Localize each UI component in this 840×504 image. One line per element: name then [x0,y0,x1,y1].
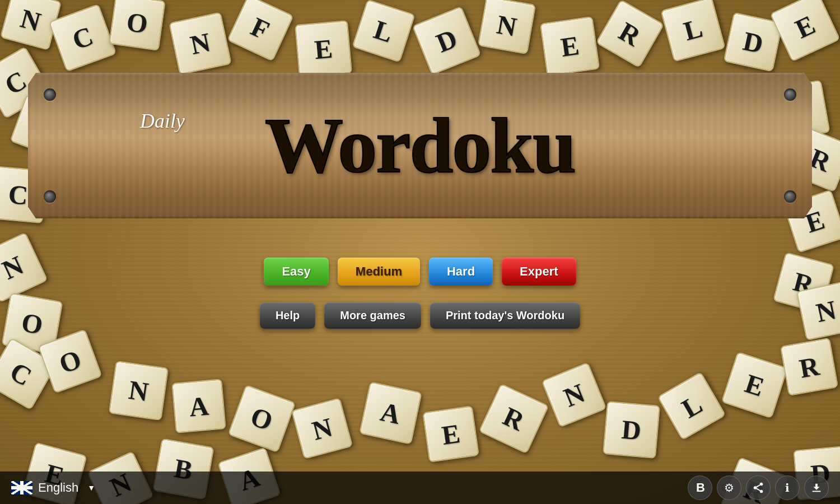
language-label: English [38,480,78,495]
svg-line-3 [757,488,760,491]
tile: N [291,398,353,459]
svg-line-4 [757,485,760,487]
tile: C [49,4,117,72]
help-button[interactable]: Help [260,302,315,329]
tile: N [169,12,232,75]
info-icon[interactable]: ℹ [775,475,800,500]
svg-point-2 [760,490,763,493]
svg-point-1 [754,486,757,489]
tile: R [478,383,549,454]
wordoku-title: Wordoku [265,106,575,185]
tile: L [660,0,725,62]
more-games-button[interactable]: More games [324,302,421,329]
language-section[interactable]: English ▼ [0,480,676,495]
difficulty-row: Easy Medium Hard Expert [264,258,576,286]
daily-label: Daily [140,109,185,133]
bottom-bar: English ▼ B ⚙ ℹ [0,472,840,504]
tile: L [352,0,415,63]
flag-icon [11,481,32,494]
medium-button[interactable]: Medium [338,258,420,286]
tile: O [109,0,166,51]
tile: F [227,0,294,62]
tile: R [596,0,665,68]
title-container: Daily Wordoku [28,73,812,218]
tile: D [603,401,660,459]
tile: N [541,362,606,427]
share-icon[interactable] [746,475,771,500]
settings-icon[interactable]: ⚙ [717,475,741,500]
svg-point-0 [760,483,763,486]
tile: D [412,6,482,76]
expert-button[interactable]: Expert [502,258,576,286]
tile: A [359,381,422,445]
tile: E [295,20,352,78]
language-dropdown-arrow[interactable]: ▼ [87,483,95,492]
easy-button[interactable]: Easy [264,258,328,286]
tile: E [422,405,479,463]
utility-row: Help More games Print today's Wordoku [260,302,580,329]
dictionary-icon[interactable]: B [688,475,712,500]
tile: O [228,385,296,453]
background: N C O N F E L D N E R L D E C N N R C E … [0,0,840,504]
hard-button[interactable]: Hard [429,258,493,286]
tile: E [769,0,840,62]
tile: N [478,0,536,54]
tile: E [540,16,600,76]
tile: R [780,338,838,396]
buttons-section: Easy Medium Hard Expert Help More games … [0,258,840,329]
tile: A [171,379,226,433]
print-button[interactable]: Print today's Wordoku [430,302,580,329]
download-icon[interactable] [804,475,829,500]
bottom-icons: B ⚙ ℹ [676,475,840,500]
tile: L [657,372,726,441]
tile: E [721,352,788,419]
tile: N [109,361,169,421]
